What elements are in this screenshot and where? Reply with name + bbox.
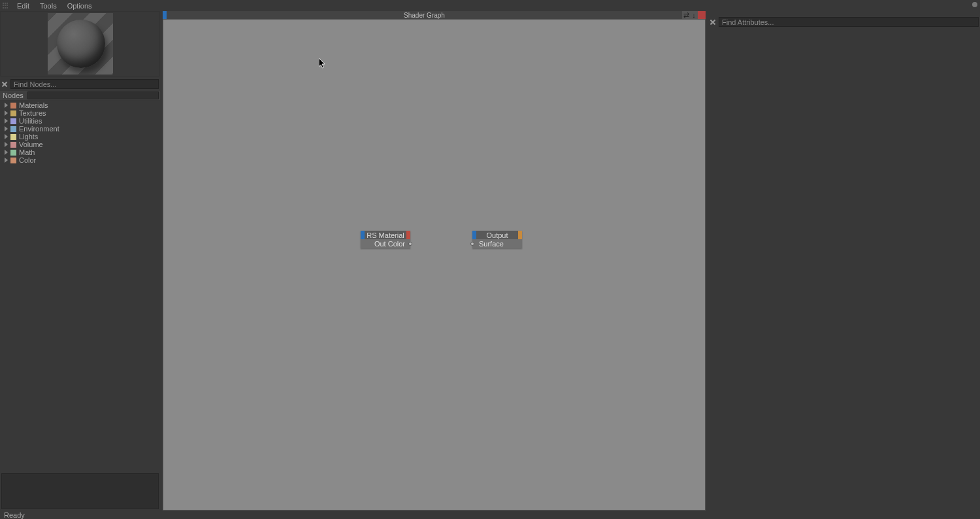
expand-arrow-icon[interactable] <box>4 103 9 108</box>
graph-title: Shader Graph <box>167 12 682 19</box>
input-port-icon[interactable] <box>470 242 474 246</box>
material-preview <box>0 11 160 76</box>
clear-search-icon[interactable] <box>1 81 8 88</box>
nodes-filter-input[interactable] <box>27 92 159 99</box>
category-color-swatch <box>10 134 16 140</box>
tree-item-label: Utilities <box>19 117 42 125</box>
tree-item[interactable]: Textures <box>4 109 160 117</box>
swap-arrows-icon[interactable]: ⇄ <box>682 11 690 19</box>
clear-attr-search-icon[interactable] <box>710 19 716 25</box>
left-bottom-panel <box>1 473 159 509</box>
graph-titlebar: Shader Graph ⇄ ↓ <box>163 11 706 19</box>
category-color-swatch <box>10 126 16 132</box>
tree-item-label: Math <box>19 148 35 156</box>
category-color-swatch <box>10 103 16 109</box>
tree-item[interactable]: Volume <box>4 141 160 148</box>
category-color-swatch <box>10 118 16 124</box>
category-color-swatch <box>10 150 16 156</box>
node-title: RS Material <box>367 231 404 239</box>
tree-item-label: Lights <box>19 133 38 141</box>
tree-item[interactable]: Materials <box>4 101 160 109</box>
right-panel <box>708 11 980 511</box>
menu-tools[interactable]: Tools <box>35 1 62 11</box>
tree-item-label: Volume <box>19 141 43 148</box>
preview-sphere <box>57 20 105 68</box>
tree-item-label: Materials <box>19 101 48 109</box>
window-control-dot[interactable] <box>972 2 977 7</box>
nodes-header-label: Nodes <box>0 92 26 99</box>
node-input-row[interactable]: Surface <box>472 239 522 248</box>
menu-edit[interactable]: Edit <box>12 1 35 11</box>
find-nodes-input[interactable] <box>10 79 159 89</box>
category-color-swatch <box>10 142 16 148</box>
grip-icon[interactable] <box>3 3 9 9</box>
node-accent-left <box>361 231 365 239</box>
node-accent-right <box>518 231 522 239</box>
category-color-swatch <box>10 158 16 163</box>
expand-arrow-icon[interactable] <box>4 126 9 131</box>
node-accent-left <box>472 231 476 239</box>
find-attributes-input[interactable] <box>719 17 979 27</box>
tree-item-label: Environment <box>19 125 59 133</box>
node-port-label: Surface <box>479 240 504 248</box>
left-panel: Nodes MaterialsTexturesUtilitiesEnvironm… <box>0 11 160 511</box>
node-port-label: Out Color <box>374 240 405 248</box>
mouse-cursor-icon <box>319 58 327 69</box>
node-accent-right <box>406 231 410 239</box>
preview-swatch[interactable] <box>48 13 113 75</box>
status-text: Ready <box>4 511 25 519</box>
tree-item[interactable]: Environment <box>4 125 160 133</box>
category-color-swatch <box>10 110 16 116</box>
node-title: Output <box>486 231 508 239</box>
tree-item[interactable]: Math <box>4 148 160 156</box>
down-save-icon[interactable]: ↓ <box>690 11 698 19</box>
close-panel-icon[interactable] <box>698 11 706 19</box>
expand-arrow-icon[interactable] <box>4 150 9 155</box>
output-port-icon[interactable] <box>408 242 412 246</box>
node-output-row[interactable]: Out Color <box>361 239 410 248</box>
node-header[interactable]: RS Material <box>361 231 410 239</box>
menu-options[interactable]: Options <box>62 1 97 11</box>
expand-arrow-icon[interactable] <box>4 118 9 124</box>
nodes-header: Nodes <box>0 91 160 100</box>
node-header[interactable]: Output <box>472 231 522 239</box>
expand-arrow-icon[interactable] <box>4 142 9 147</box>
tree-item[interactable]: Color <box>4 156 160 164</box>
node-tree: MaterialsTexturesUtilitiesEnvironmentLig… <box>0 100 160 164</box>
tree-item-label: Textures <box>19 109 46 117</box>
tree-item-label: Color <box>19 156 36 164</box>
tree-item[interactable]: Utilities <box>4 117 160 125</box>
expand-arrow-icon[interactable] <box>4 110 9 116</box>
expand-arrow-icon[interactable] <box>4 158 9 163</box>
expand-arrow-icon[interactable] <box>4 134 9 139</box>
graph-canvas[interactable]: RS Material Out Color Output Surface <box>163 19 706 511</box>
menu-bar: Edit Tools Options <box>0 0 980 11</box>
node-rs-material[interactable]: RS Material Out Color <box>361 231 410 248</box>
center-panel: Shader Graph ⇄ ↓ RS Material O <box>163 11 706 511</box>
status-bar: Ready <box>0 511 980 519</box>
node-output[interactable]: Output Surface <box>472 231 522 248</box>
tree-item[interactable]: Lights <box>4 133 160 141</box>
